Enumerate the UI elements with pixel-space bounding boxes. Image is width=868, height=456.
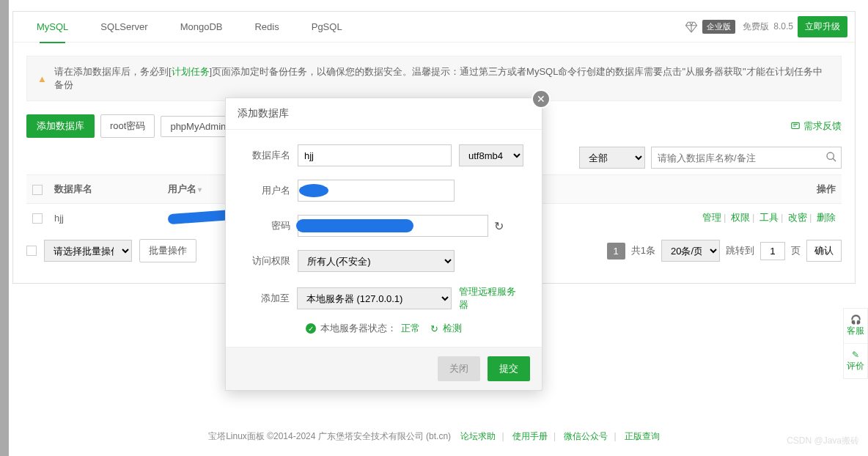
label-dbname: 数据库名 bbox=[243, 149, 290, 162]
modal-overlay: ✕ 添加数据库 数据库名 utf8mb4 用户名 密码 bbox=[0, 0, 868, 456]
label-password: 密码 bbox=[243, 219, 290, 232]
page-footer: 宝塔Linux面板 ©2014-2024 广东堡塔安全技术有限公司 (bt.cn… bbox=[0, 430, 868, 443]
add-database-modal: ✕ 添加数据库 数据库名 utf8mb4 用户名 密码 bbox=[225, 98, 542, 391]
support-button[interactable]: 🎧 客服 bbox=[844, 309, 867, 344]
manage-remote-server-link[interactable]: 管理远程服务器 bbox=[459, 285, 524, 312]
close-icon: ✕ bbox=[537, 93, 545, 105]
footer-link-wechat[interactable]: 微信公众号 bbox=[564, 431, 608, 441]
modal-submit-button[interactable]: 提交 bbox=[488, 356, 530, 381]
review-button[interactable]: ✎ 评价 bbox=[844, 344, 867, 378]
footer-link-manual[interactable]: 使用手册 bbox=[512, 431, 548, 441]
footer-link-genuine[interactable]: 正版查询 bbox=[625, 431, 660, 441]
select-charset[interactable]: utf8mb4 bbox=[459, 144, 523, 166]
side-float-panel: 🎧 客服 ✎ 评价 bbox=[843, 308, 868, 379]
refresh-icon: ↻ bbox=[430, 323, 438, 334]
label-permission: 访问权限 bbox=[243, 254, 290, 268]
select-server[interactable]: 本地服务器 (127.0.0.1) bbox=[297, 287, 452, 309]
label-username: 用户名 bbox=[243, 184, 290, 197]
modal-title: 添加数据库 bbox=[226, 98, 542, 130]
headset-icon: 🎧 bbox=[847, 315, 864, 325]
footer-link-forum[interactable]: 论坛求助 bbox=[460, 431, 496, 441]
edit-icon: ✎ bbox=[847, 350, 864, 360]
select-permission[interactable]: 所有人(不安全) bbox=[298, 250, 455, 272]
watermark: CSDN @Java搬砖 bbox=[787, 435, 859, 447]
modal-close-button[interactable]: ✕ bbox=[532, 89, 551, 109]
server-status-line: ✓ 本地服务器状态： 正常 ↻ 检测 bbox=[243, 322, 524, 335]
status-value: 正常 bbox=[401, 322, 420, 335]
check-circle-icon: ✓ bbox=[306, 323, 316, 334]
copyright-text: 宝塔Linux面板 ©2014-2024 广东堡塔安全技术有限公司 (bt.cn… bbox=[208, 431, 451, 441]
label-addto: 添加至 bbox=[243, 292, 290, 305]
modal-cancel-button[interactable]: 关闭 bbox=[438, 356, 480, 381]
regenerate-password-icon[interactable]: ↻ bbox=[494, 219, 504, 233]
detect-link[interactable]: 检测 bbox=[443, 322, 462, 335]
input-dbname[interactable] bbox=[298, 144, 452, 166]
